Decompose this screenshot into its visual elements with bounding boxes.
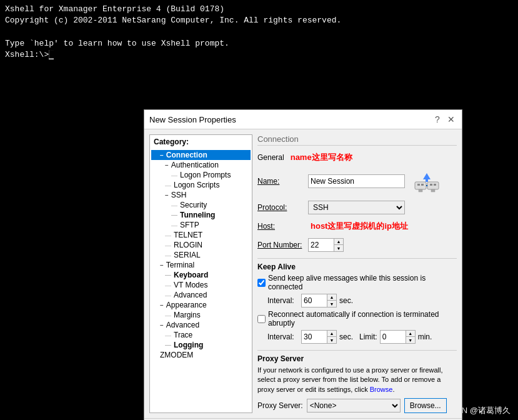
keepalive-text: Send keep alive messages while this sess… xyxy=(268,274,457,291)
reconnect-interval-unit: sec. xyxy=(339,332,353,341)
help-button[interactable]: ? xyxy=(432,114,443,125)
name-annotation: name这里写名称 xyxy=(291,152,352,163)
tree-item-authentication[interactable]: −Authentication xyxy=(151,160,251,170)
host-annotation: host这里写虚拟机的ip地址 xyxy=(311,221,408,232)
port-label: Port Number: xyxy=(257,241,304,249)
settings-panel: Connection General name这里写名称 Name: xyxy=(257,134,457,413)
reconnect-limit-spinner[interactable]: ▲ ▼ xyxy=(380,330,416,344)
reconnect-interval-spinner[interactable]: ▲ ▼ xyxy=(301,330,337,344)
port-spin-arrows: ▲ ▼ xyxy=(334,239,343,251)
tree-item-connection[interactable]: −Connection xyxy=(151,150,251,160)
reconnect-interval-up[interactable]: ▲ xyxy=(327,331,336,337)
tree-item-zmodem[interactable]: ZMODEM xyxy=(151,350,251,360)
close-button[interactable]: ✕ xyxy=(446,114,457,125)
proxy-desc-1: If your network is configured to use a p… xyxy=(257,366,443,374)
proxy-row: Proxy Server: <None> Browse... xyxy=(257,398,457,413)
reconnect-limit-unit: min. xyxy=(418,332,432,341)
interval-input[interactable] xyxy=(302,294,327,307)
tree-item-label: Tunneling xyxy=(180,211,215,219)
tree-item-sftp[interactable]: —SFTP xyxy=(151,220,251,230)
svg-marker-9 xyxy=(423,173,431,179)
tree-item-security[interactable]: —Security xyxy=(151,200,251,210)
tree-item-rlogin[interactable]: —RLOGIN xyxy=(151,240,251,250)
dialog-body: Category: −Connection−Authentication—Log… xyxy=(144,129,462,418)
port-input[interactable] xyxy=(309,239,334,251)
connection-section-title: Connection xyxy=(257,134,457,146)
interval-up-arrow[interactable]: ▲ xyxy=(327,294,336,301)
connection-icon xyxy=(414,168,440,194)
reconnect-limit-up[interactable]: ▲ xyxy=(406,331,415,337)
interval-unit: sec. xyxy=(339,296,353,305)
name-row: Name: xyxy=(257,168,457,194)
browse-button[interactable]: Browse... xyxy=(404,398,447,413)
tree-item-trace[interactable]: —Trace xyxy=(151,330,251,340)
interval-row: Interval: ▲ ▼ sec. xyxy=(257,294,457,308)
keepalive-checkbox[interactable] xyxy=(257,279,266,287)
tree-item-logon-scripts[interactable]: —Logon Scripts xyxy=(151,180,251,190)
tree-item-label: VT Modes xyxy=(174,281,207,289)
tree-item-label: Trace xyxy=(174,331,192,339)
tree-item-advanced[interactable]: —Advanced xyxy=(151,290,251,300)
reconnect-limit-arrows: ▲ ▼ xyxy=(406,331,415,343)
keepalive-section: Keep Alive Send keep alive messages whil… xyxy=(257,258,457,346)
tree-item-label: SSH xyxy=(171,191,187,199)
svg-rect-1 xyxy=(417,184,420,186)
tree-item-logging[interactable]: —Logging xyxy=(151,340,251,350)
proxy-desc-3: proxy server or edit its settings, click… xyxy=(257,386,394,393)
tree-item-label: Margins xyxy=(174,311,201,319)
reconnect-interval-input[interactable] xyxy=(302,331,327,343)
tree-item-label: Terminal xyxy=(166,261,194,269)
port-spinner[interactable]: ▲ ▼ xyxy=(308,238,344,252)
tree-item-ssh[interactable]: −SSH xyxy=(151,190,251,200)
port-up-arrow[interactable]: ▲ xyxy=(334,239,343,245)
keepalive-checkbox-row: Send keep alive messages while this sess… xyxy=(257,274,457,291)
tree-item-telnet[interactable]: —TELNET xyxy=(151,230,251,240)
tree-item-label: Advanced xyxy=(174,291,207,299)
tree-item-serial[interactable]: —SERIAL xyxy=(151,250,251,260)
name-input[interactable] xyxy=(308,174,405,188)
tree-item-advanced[interactable]: −Advanced xyxy=(151,320,251,330)
name-label: Name: xyxy=(257,177,304,186)
svg-rect-10 xyxy=(426,179,428,182)
reconnect-limit-down[interactable]: ▼ xyxy=(406,337,415,343)
reconnect-row: Reconnect automatically if connection is… xyxy=(257,310,457,328)
svg-rect-2 xyxy=(421,184,424,186)
tree-item-label: Logging xyxy=(174,341,203,349)
category-panel: Category: −Connection−Authentication—Log… xyxy=(149,134,252,413)
tree-item-label: RLOGIN xyxy=(174,241,202,249)
browse-link[interactable]: Browse xyxy=(370,386,393,393)
tree-item-label: ZMODEM xyxy=(160,351,193,359)
reconnect-limit-label: Limit: xyxy=(359,332,377,341)
tree-item-label: Keyboard xyxy=(174,271,208,279)
tree-item-label: Connection xyxy=(166,151,207,159)
tree-item-label: SERIAL xyxy=(174,251,201,259)
keepalive-title: Keep Alive xyxy=(257,262,457,271)
tree-item-label: Logon Scripts xyxy=(174,181,219,189)
reconnect-limit-input[interactable] xyxy=(381,331,406,343)
tree-item-appearance[interactable]: −Appearance xyxy=(151,300,251,310)
reconnect-checkbox[interactable] xyxy=(257,315,266,323)
tree-item-label: TELNET xyxy=(174,231,202,239)
protocol-label: Protocol: xyxy=(257,203,304,212)
category-label: Category: xyxy=(151,136,251,148)
host-label: Host: xyxy=(257,222,304,231)
interval-spinner[interactable]: ▲ ▼ xyxy=(301,294,337,308)
interval-down-arrow[interactable]: ▼ xyxy=(327,301,336,307)
tree-item-terminal[interactable]: −Terminal xyxy=(151,260,251,270)
proxy-title: Proxy Server xyxy=(257,354,457,363)
tree-item-tunneling[interactable]: —Tunneling xyxy=(151,210,251,220)
svg-rect-0 xyxy=(415,182,426,189)
tree-item-logon-prompts[interactable]: —Logon Prompts xyxy=(151,170,251,180)
tree-item-margins[interactable]: —Margins xyxy=(151,310,251,320)
general-label: General xyxy=(257,153,284,162)
proxy-server-select[interactable]: <None> xyxy=(307,399,401,412)
tree-item-vt-modes[interactable]: —VT Modes xyxy=(151,280,251,290)
tree-item-label: Appearance xyxy=(166,301,207,309)
svg-rect-7 xyxy=(431,189,435,192)
port-down-arrow[interactable]: ▼ xyxy=(334,245,343,251)
tree-item-keyboard[interactable]: —Keyboard xyxy=(151,270,251,280)
dialog-overlay: New Session Properties ? ✕ Category: −Co… xyxy=(0,0,518,420)
protocol-select[interactable]: SSH TELNET RLOGIN SERIAL xyxy=(308,201,405,214)
tree-container: −Connection−Authentication—Logon Prompts… xyxy=(151,150,251,360)
reconnect-interval-down[interactable]: ▼ xyxy=(327,337,336,343)
